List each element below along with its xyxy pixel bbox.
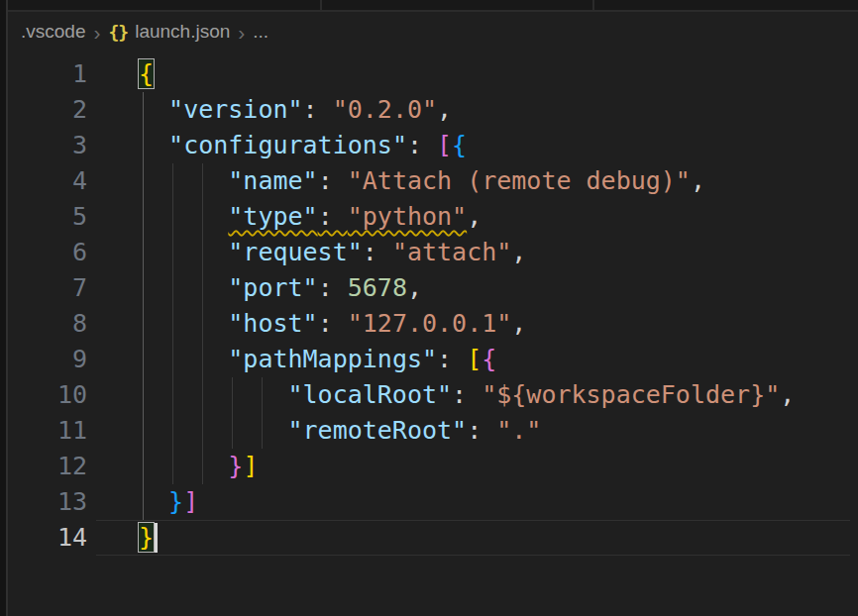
- code-token: "port": [228, 273, 317, 302]
- code-token: "pathMappings": [228, 345, 437, 373]
- code-text[interactable]: "version": "0.2.0",: [139, 92, 452, 128]
- code-token: "attach": [392, 238, 511, 266]
- code-text[interactable]: "port": 5678,: [139, 270, 422, 306]
- code-token: :: [452, 380, 482, 409]
- line-number[interactable]: 11: [0, 413, 87, 449]
- line-number[interactable]: 3: [0, 128, 87, 163]
- code-token: ]: [243, 452, 258, 480]
- code-token: [139, 131, 168, 159]
- code-text[interactable]: "type": "python",: [139, 199, 482, 235]
- text-cursor: [155, 523, 158, 553]
- code-token: ,: [691, 166, 705, 195]
- code-token: ,: [780, 380, 795, 409]
- json-file-icon: {}: [108, 22, 128, 43]
- chevron-right-icon: ›: [238, 22, 245, 43]
- tab-separator: [320, 0, 322, 10]
- code-text[interactable]: }]: [139, 484, 198, 520]
- code-token: [139, 416, 288, 445]
- code-token: [: [467, 345, 482, 373]
- code-token: "${workspaceFolder}": [482, 380, 780, 409]
- code-token: :: [437, 345, 467, 373]
- code-text[interactable]: "request": "attach",: [139, 235, 526, 270]
- code-token: [139, 273, 228, 302]
- code-line[interactable]: 3 "configurations": [{: [0, 128, 858, 163]
- line-number[interactable]: 13: [0, 484, 87, 520]
- code-token: :: [363, 238, 392, 266]
- breadcrumb-file[interactable]: launch.json: [135, 21, 230, 43]
- code-token: ]: [183, 487, 198, 516]
- code-token: "python": [348, 202, 467, 231]
- code-token: :: [407, 131, 437, 159]
- code-token: [139, 202, 228, 231]
- code-text[interactable]: }]: [139, 449, 258, 484]
- code-token: "0.2.0": [333, 95, 437, 124]
- code-token: :: [318, 309, 348, 338]
- code-text[interactable]: "host": "127.0.0.1",: [139, 306, 526, 342]
- code-token: [139, 345, 228, 373]
- code-token: ,: [511, 309, 526, 338]
- code-line[interactable]: 6 "request": "attach",: [0, 235, 858, 270]
- code-line[interactable]: 11 "remoteRoot": ".": [0, 413, 858, 449]
- code-token: {: [452, 131, 467, 159]
- line-number[interactable]: 8: [0, 306, 87, 342]
- code-token: }: [168, 487, 183, 516]
- line-number[interactable]: 10: [0, 377, 87, 413]
- code-token: "127.0.0.1": [348, 309, 512, 338]
- chevron-right-icon: ›: [93, 22, 100, 43]
- code-text[interactable]: "remoteRoot": ".": [139, 413, 541, 449]
- line-number[interactable]: 14: [0, 520, 87, 556]
- code-token: }: [228, 452, 243, 480]
- code-token: :: [467, 416, 496, 445]
- code-token: ,: [437, 95, 452, 124]
- code-token: ,: [467, 202, 482, 231]
- code-token: [139, 166, 228, 195]
- code-token: ".": [496, 416, 541, 445]
- code-token: "type": [228, 202, 317, 231]
- code-line[interactable]: 10 "localRoot": "${workspaceFolder}",: [0, 377, 858, 413]
- code-text[interactable]: "name": "Attach (remote debug)",: [139, 163, 705, 199]
- code-text[interactable]: {: [139, 56, 154, 92]
- code-line[interactable]: 4 "name": "Attach (remote debug)",: [0, 163, 858, 199]
- line-number[interactable]: 5: [0, 199, 87, 235]
- vscode-editor-window: .vscode › {} launch.json › ... 1{2 "vers…: [0, 0, 858, 616]
- code-line[interactable]: 1{: [0, 56, 858, 92]
- breadcrumb-folder[interactable]: .vscode: [21, 21, 85, 43]
- code-line[interactable]: 5 "type": "python",: [0, 199, 858, 235]
- line-number[interactable]: 9: [0, 342, 87, 377]
- code-text[interactable]: "pathMappings": [{: [139, 342, 496, 377]
- window-left-border: [0, 0, 8, 616]
- code-token: :: [318, 273, 348, 302]
- current-line-highlight: [96, 520, 850, 556]
- code-token: [139, 487, 168, 516]
- code-token: :: [303, 95, 333, 124]
- line-number[interactable]: 2: [0, 92, 87, 128]
- line-number[interactable]: 12: [0, 449, 87, 484]
- code-token: ,: [407, 273, 422, 302]
- warning-squiggle: "type": "python": [228, 202, 467, 231]
- tab-bar: [0, 0, 858, 12]
- code-text[interactable]: "localRoot": "${workspaceFolder}",: [139, 377, 795, 413]
- line-number[interactable]: 6: [0, 235, 87, 270]
- code-token: "name": [228, 166, 317, 195]
- code-line[interactable]: 14}: [0, 520, 858, 556]
- code-token: "remoteRoot": [288, 416, 468, 445]
- line-number[interactable]: 4: [0, 163, 87, 199]
- code-text[interactable]: "configurations": [{: [139, 128, 467, 163]
- line-number[interactable]: 1: [0, 56, 87, 92]
- bracket-match-highlight: {: [139, 59, 154, 88]
- code-line[interactable]: 13 }]: [0, 484, 858, 520]
- line-number[interactable]: 7: [0, 270, 87, 306]
- code-token: "localRoot": [288, 380, 453, 409]
- code-line[interactable]: 12 }]: [0, 449, 858, 484]
- code-token: "host": [228, 309, 317, 338]
- breadcrumb-symbol-more[interactable]: ...: [253, 21, 268, 43]
- code-line[interactable]: 8 "host": "127.0.0.1",: [0, 306, 858, 342]
- code-text[interactable]: }: [139, 520, 154, 556]
- code-token: "configurations": [168, 131, 407, 159]
- code-line[interactable]: 9 "pathMappings": [{: [0, 342, 858, 377]
- code-token: "Attach (remote debug)": [348, 166, 691, 195]
- code-line[interactable]: 7 "port": 5678,: [0, 270, 858, 306]
- code-line[interactable]: 2 "version": "0.2.0",: [0, 92, 858, 128]
- code-token: [139, 238, 228, 266]
- code-token: [: [437, 131, 452, 159]
